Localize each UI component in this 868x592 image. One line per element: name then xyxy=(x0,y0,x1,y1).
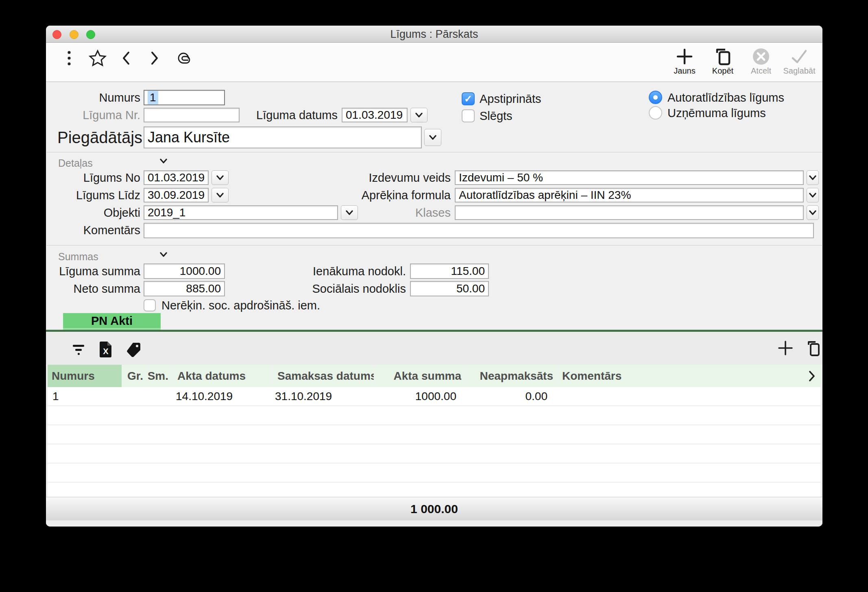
nerekin-soc-checkbox[interactable] xyxy=(144,299,156,311)
atcelt-label: Atcelt xyxy=(751,66,771,76)
saglabat-button[interactable]: Saglabāt xyxy=(781,44,818,80)
empty-table-row[interactable] xyxy=(48,483,821,497)
ligums-lidz-field[interactable]: 30.09.2019 xyxy=(144,188,209,202)
autoratlidzibas-ligums-radio[interactable] xyxy=(649,91,662,104)
summas-collapse-toggle[interactable] xyxy=(160,252,167,257)
nerekin-soc-label: Nerēķin. soc. apdrošināš. iem. xyxy=(161,299,320,312)
cell-sm xyxy=(146,387,171,405)
chevron-down-icon xyxy=(415,113,423,118)
plus-icon xyxy=(676,48,693,65)
chevron-down-icon xyxy=(809,193,816,198)
ligums-no-field[interactable]: 01.03.2019 xyxy=(144,170,209,185)
uznemuma-ligums-radio[interactable] xyxy=(649,106,662,120)
klases-field[interactable] xyxy=(455,205,804,220)
socialais-nodoklis-label: Sociālais nodoklis xyxy=(290,281,406,296)
piegadatajs-dropdown-button[interactable] xyxy=(424,129,441,146)
kopet-button[interactable]: Kopēt xyxy=(704,44,741,80)
aprekina-formula-field[interactable]: Autoratlīdzības aprēķini – IIN 23% xyxy=(455,188,804,202)
empty-table-row[interactable] xyxy=(48,406,821,425)
forward-icon[interactable] xyxy=(145,43,164,73)
ligums-no-dropdown-button[interactable] xyxy=(212,170,229,185)
kebab-menu-icon[interactable] xyxy=(59,43,79,73)
column-header-akta-datums[interactable]: Akta datums xyxy=(173,365,273,387)
neto-summa-label: Neto summa xyxy=(54,281,140,296)
empty-table-row[interactable] xyxy=(48,425,821,444)
atcelt-button[interactable]: Atcelt xyxy=(743,44,779,80)
liguma-datums-field[interactable]: 01.03.2019 xyxy=(342,108,408,122)
section-divider xyxy=(46,245,822,246)
copy-icon xyxy=(714,48,732,65)
grid-toolbar: X xyxy=(46,332,822,365)
detalas-collapse-toggle[interactable] xyxy=(160,159,167,163)
cell-akta-summa: 1000.00 xyxy=(371,387,461,405)
titlebar: Līgums : Pārskats xyxy=(46,26,822,43)
grid-total-value: 1 000.00 xyxy=(410,502,458,516)
export-excel-icon[interactable]: X xyxy=(99,341,113,358)
chevron-down-icon xyxy=(160,159,167,163)
piegadatajs-field[interactable]: Jana Kursīte xyxy=(144,126,422,148)
column-header-neapmaksats[interactable]: Neapmaksāts xyxy=(466,365,557,387)
star-icon[interactable] xyxy=(88,43,107,73)
liguma-summa-label: Līguma summa xyxy=(54,263,140,279)
apstiprinats-label: Apstiprināts xyxy=(480,92,541,105)
tag-icon[interactable] xyxy=(126,342,142,357)
empty-table-row[interactable] xyxy=(48,464,821,483)
objekti-field[interactable]: 2019_1 xyxy=(144,205,338,220)
detalas-section-label: Detaļas xyxy=(58,157,93,169)
jauns-label: Jauns xyxy=(674,66,695,76)
neto-summa-field[interactable]: 885.00 xyxy=(144,281,225,296)
numurs-field[interactable]: 1 xyxy=(144,90,225,105)
empty-table-row[interactable] xyxy=(48,444,821,464)
column-header-gr[interactable]: Gr. xyxy=(122,365,147,387)
column-header-samaksas-datums[interactable]: Samaksas datums xyxy=(273,365,374,387)
izdevumu-veids-dropdown-button[interactable] xyxy=(807,170,819,185)
uznemuma-ligums-label: Uzņēmuma līgums xyxy=(667,106,766,120)
apstiprinats-checkbox[interactable]: ✓ xyxy=(462,92,475,105)
jauns-button[interactable]: Jauns xyxy=(666,44,703,80)
numurs-label: Numurs xyxy=(54,90,140,105)
save-check-icon xyxy=(790,48,808,65)
grid-body: 1 14.10.2019 31.10.2019 1000.00 0.00 xyxy=(48,387,821,497)
minimize-window-button[interactable] xyxy=(70,30,79,39)
ligums-lidz-label: Līgums Līdz xyxy=(54,187,140,203)
ligums-no-value: 01.03.2019 xyxy=(148,171,205,184)
close-window-button[interactable] xyxy=(52,30,61,39)
komentars-field[interactable] xyxy=(144,223,814,238)
socialais-nodoklis-value: 50.00 xyxy=(456,282,485,295)
liguma-datums-dropdown-button[interactable] xyxy=(410,108,427,122)
aprekina-formula-value: Autoratlīdzības aprēķini – IIN 23% xyxy=(459,189,631,202)
klases-dropdown-button[interactable] xyxy=(807,205,819,220)
ienakuma-nodoklis-field[interactable]: 115.00 xyxy=(410,263,489,279)
objekti-value: 2019_1 xyxy=(148,206,185,219)
saglabat-label: Saglabāt xyxy=(783,66,816,76)
chevron-down-icon xyxy=(160,252,167,257)
liguma-datums-label: Līguma datums xyxy=(221,108,338,122)
izdevumu-veids-field[interactable]: Izdevumi – 50 % xyxy=(455,170,804,185)
column-header-sm[interactable]: Sm. xyxy=(148,365,172,387)
chevron-down-icon xyxy=(809,210,816,215)
zoom-window-button[interactable] xyxy=(86,30,95,39)
more-columns-button[interactable] xyxy=(809,365,815,387)
column-header-akta-summa[interactable]: Akta summa xyxy=(375,365,465,387)
tab-pn-akti[interactable]: PN Akti xyxy=(63,313,161,330)
liguma-summa-field[interactable]: 1000.00 xyxy=(144,263,225,279)
table-row[interactable]: 1 14.10.2019 31.10.2019 1000.00 0.00 xyxy=(48,387,821,406)
aprekina-formula-label: Aprēķina formula xyxy=(331,187,451,203)
attachment-icon[interactable] xyxy=(173,43,193,73)
cell-samaksas-datums: 31.10.2019 xyxy=(270,387,371,405)
izdevumu-veids-label: Izdevumu veids xyxy=(331,170,451,185)
add-row-icon[interactable] xyxy=(777,340,794,356)
ligums-lidz-dropdown-button[interactable] xyxy=(212,188,229,202)
chevron-down-icon xyxy=(216,193,224,198)
column-header-komentars[interactable]: Komentārs xyxy=(558,365,821,387)
neto-summa-value: 885.00 xyxy=(186,282,221,295)
aprekina-formula-dropdown-button[interactable] xyxy=(807,188,819,202)
chevron-down-icon xyxy=(216,175,224,180)
copy-row-icon[interactable] xyxy=(806,340,821,357)
socialais-nodoklis-field[interactable]: 50.00 xyxy=(410,281,489,296)
chevron-down-icon xyxy=(809,175,816,180)
back-icon[interactable] xyxy=(116,43,136,73)
column-header-numurs[interactable]: Numurs xyxy=(48,365,122,387)
slegts-checkbox[interactable] xyxy=(462,109,475,122)
filter-icon[interactable] xyxy=(71,343,86,356)
